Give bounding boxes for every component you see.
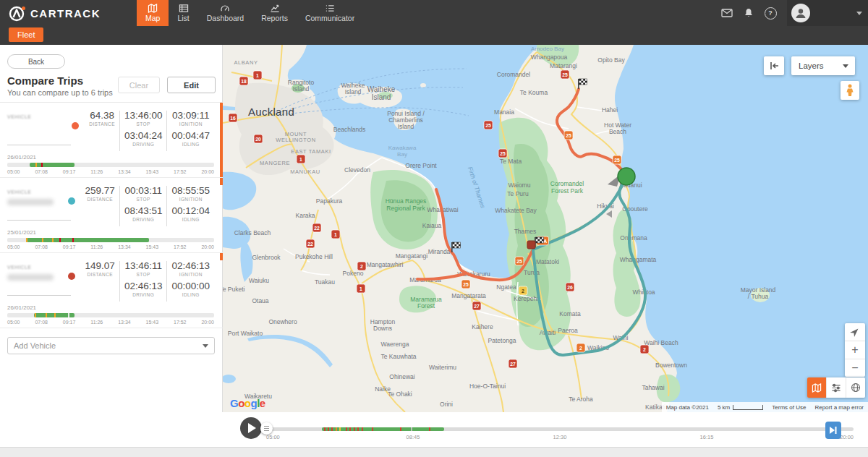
trip-card[interactable]: VEHICLE 64.38DISTANCE 13:46:00STOP 03:04… xyxy=(0,103,223,178)
playback-tick-label: 12:30 xyxy=(553,434,567,440)
tab-label: Map xyxy=(145,14,160,22)
event-tick xyxy=(336,427,337,431)
edit-button[interactable]: Edit xyxy=(167,77,216,93)
event-tick xyxy=(328,427,329,431)
mail-button[interactable] xyxy=(716,0,738,26)
traffic-layer-button[interactable] xyxy=(826,377,846,398)
map-label: Whangamata xyxy=(620,256,657,263)
fleet-button[interactable]: Fleet xyxy=(9,27,43,42)
vehicle-name-redacted xyxy=(7,274,54,281)
road-shield: 1 xyxy=(357,284,365,293)
road-shield: 1 xyxy=(297,155,305,163)
gauge-icon xyxy=(220,4,230,13)
cartrack-logo[interactable]: CARTRACK xyxy=(7,4,101,22)
question-icon: ? xyxy=(765,7,777,20)
map-label: Te Aroha xyxy=(569,396,593,403)
map-canvas[interactable]: ALBANYRangitotoIslandWaihekeIslandWaihek… xyxy=(223,45,868,412)
svg-text:1: 1 xyxy=(334,232,337,237)
chevron-down-icon xyxy=(843,64,848,68)
trip-card[interactable]: VEHICLE 259.77DISTANCE 00:03:11STOP 08:4… xyxy=(0,178,223,253)
playback-handle[interactable] xyxy=(260,422,273,435)
map-label: Te Puketi xyxy=(223,286,245,293)
event-tick xyxy=(68,313,69,317)
playback-speed-button[interactable] xyxy=(825,422,841,439)
layers-label: Layers xyxy=(799,61,824,70)
event-tick xyxy=(346,427,347,431)
map-label: Clarks Beach xyxy=(234,229,271,236)
map-label: Hūnua Ranges xyxy=(386,197,427,205)
map-label: Thames xyxy=(514,228,537,235)
idling-label: IDLING xyxy=(171,217,210,222)
road-shield: 18 xyxy=(239,77,248,85)
vehicle-position-marker[interactable] xyxy=(618,168,635,185)
trip-activity-timeline[interactable] xyxy=(7,238,214,242)
map-view-button[interactable] xyxy=(807,377,826,398)
map-label: Island xyxy=(398,123,414,130)
envelope-icon xyxy=(721,9,733,17)
driving-value: 08:43:51 xyxy=(124,206,163,216)
tab-reports[interactable]: Reports xyxy=(252,0,297,26)
timeline-tick-label: 15:43 xyxy=(146,320,159,325)
play-icon xyxy=(248,423,256,433)
clear-button[interactable]: Clear xyxy=(118,77,160,93)
map-label: Turua xyxy=(524,269,540,276)
timeline-tick-label: 05:00 xyxy=(7,244,20,249)
chevron-down-icon xyxy=(856,12,862,15)
map-label: Clevedon xyxy=(344,166,370,174)
timeline-tick-label: 11:26 xyxy=(90,244,103,249)
svg-text:18: 18 xyxy=(241,79,247,84)
trip-date: 26/01/2021 xyxy=(7,154,223,161)
collapse-panel-button[interactable] xyxy=(764,56,784,75)
person-icon xyxy=(794,7,807,20)
tab-communicator[interactable]: Communicator xyxy=(297,0,363,26)
playback-track[interactable] xyxy=(266,427,854,431)
map-label: Island xyxy=(372,93,391,101)
road-shield: 25 xyxy=(561,70,569,79)
user-menu[interactable] xyxy=(787,0,868,26)
event-tick xyxy=(52,238,54,242)
back-button[interactable]: Back xyxy=(7,54,65,69)
add-vehicle-select[interactable]: Add Vehicle xyxy=(7,337,215,354)
report-error-link[interactable]: Report a map error xyxy=(810,402,868,412)
notifications-button[interactable] xyxy=(738,0,760,26)
bottom-strip xyxy=(0,447,868,457)
svg-text:25: 25 xyxy=(463,282,469,287)
trip-activity-timeline[interactable] xyxy=(7,313,214,317)
tab-label: Reports xyxy=(261,14,288,22)
timeline-tick-label: 13:34 xyxy=(118,169,131,174)
trip-activity-timeline[interactable] xyxy=(7,163,214,167)
map-label: Tuakau xyxy=(315,278,335,286)
tab-map[interactable]: Map xyxy=(137,0,169,26)
satellite-view-button[interactable] xyxy=(846,377,865,398)
map-label: Waiterimu xyxy=(429,364,456,371)
zoom-out-button[interactable]: − xyxy=(845,359,865,377)
timeline-tick-label: 11:26 xyxy=(90,169,103,174)
ignition-label: IGNITION xyxy=(171,197,210,202)
road-shield: 27 xyxy=(472,302,481,310)
map-label: Downs xyxy=(373,325,392,332)
map-label: Port Waikato xyxy=(228,330,263,337)
play-button[interactable] xyxy=(240,417,262,439)
map-label: Waiuku xyxy=(249,277,269,284)
vehicle-underline xyxy=(7,220,71,221)
zoom-in-button[interactable]: + xyxy=(845,341,865,359)
street-view-pegman-button[interactable] xyxy=(841,81,859,100)
distance-label: DISTANCE xyxy=(89,121,115,127)
terms-link[interactable]: Terms of Use xyxy=(767,402,810,412)
svg-text:27: 27 xyxy=(510,362,516,367)
tab-dashboard[interactable]: Dashboard xyxy=(198,0,252,26)
bell-icon xyxy=(744,8,754,18)
map-label: Beachlands xyxy=(333,126,365,133)
timeline-tick-label: 05:00 xyxy=(7,169,20,174)
map-label: Ngatea xyxy=(496,283,516,291)
tab-list[interactable]: List xyxy=(169,0,197,26)
road-shield: 25 xyxy=(564,131,573,140)
my-location-button[interactable] xyxy=(845,323,865,341)
help-button[interactable]: ? xyxy=(760,0,781,26)
trip-card[interactable]: VEHICLE 149.07DISTANCE 13:46:11STOP 02:4… xyxy=(0,253,223,328)
map-label: Matarangi xyxy=(550,62,577,69)
map-label: Bay xyxy=(397,151,407,158)
stop-marker-kopu[interactable] xyxy=(527,241,535,249)
stop-value: 00:03:11 xyxy=(124,186,163,196)
layers-dropdown[interactable]: Layers xyxy=(791,56,855,75)
